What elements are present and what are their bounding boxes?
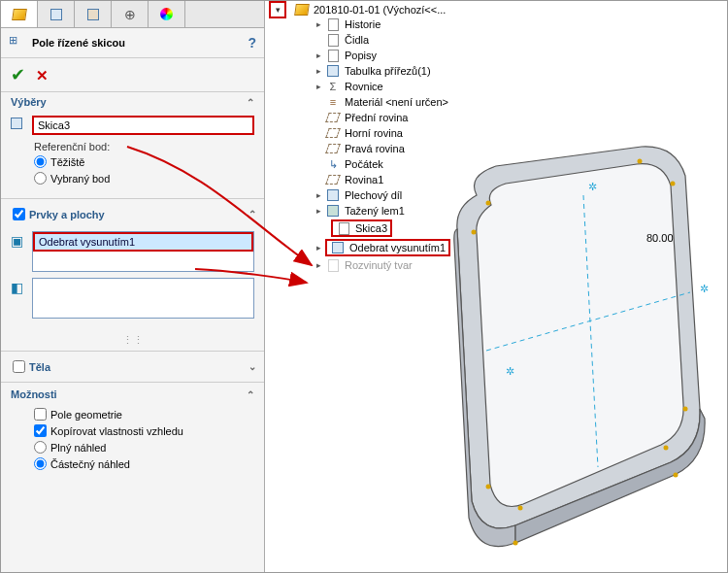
tab-feature[interactable] [1,1,38,27]
selections-header[interactable]: Výběry⌃ [1,92,264,112]
help-icon[interactable]: ? [248,35,256,51]
radio-centroid[interactable]: Těžiště [34,155,254,168]
tree-item[interactable]: ▸Historie [281,17,523,32]
radio-full-preview[interactable]: Plný náhled [34,441,254,454]
bodies-header[interactable]: Těla ⌄ [1,354,264,380]
svg-point-6 [664,446,669,451]
svg-point-8 [486,485,491,489]
feature-title-row: ⊞ Pole řízené skicou ? [1,28,264,58]
features-header[interactable]: Prvky a plochy ⌃ [1,201,264,227]
svg-text:✲: ✲ [506,365,514,377]
annotations-icon [325,49,341,62]
svg-text:✲: ✲ [700,283,709,294]
plane-icon [325,142,341,155]
tree-item[interactable]: ▸Popisy [281,48,523,63]
radio-selected-point[interactable]: Vybraný bod [34,172,254,185]
ref-point-label: Referenční bod: [34,141,254,152]
panel-tabs: ⊕ [1,1,264,28]
sheetmetal-icon [325,188,341,202]
drag-handle-icon[interactable]: ⋮⋮ [1,332,264,349]
cancel-button[interactable]: ✕ [36,67,49,84]
bodies-toggle[interactable] [13,360,25,373]
plane-icon [325,111,341,124]
ok-button[interactable]: ✔ [11,65,25,84]
tab-display[interactable] [75,1,112,27]
check-copy-appearance[interactable]: Kopírovat vlastnosti vzhledu [34,424,254,437]
flatpattern-icon [325,258,341,272]
part-icon [294,3,310,17]
chevron-up-icon: ⌃ [247,97,254,108]
chevron-down-icon: ⌄ [248,361,256,372]
feature-item-selected[interactable]: Odebrat vysunutím1 [33,232,253,252]
plane-icon [325,126,341,140]
tree-item[interactable]: ▸Tabulka přířezů(1) [281,63,523,79]
cutlist-icon [325,64,341,78]
features-toggle[interactable] [13,208,25,220]
svg-point-2 [486,201,491,206]
tree-item[interactable]: ▸ΣRovnice [281,79,523,94]
sensors-icon [325,33,341,47]
dimension-label[interactable]: 80.00 [646,232,674,244]
graphics-viewport[interactable]: ✲✲✲ 80.00 [418,137,719,564]
tree-root[interactable]: 201810-01-01 (Výchozí<<... [281,3,523,17]
tree-item[interactable]: Přední rovina [281,110,523,125]
faces-listbox[interactable] [32,278,254,319]
sweptflange-icon [325,204,341,218]
svg-point-5 [683,407,688,412]
svg-point-11 [674,473,678,478]
sketch-icon [336,221,351,235]
equations-icon: Σ [325,80,341,93]
property-panel: ⊕ ⊞ Pole řízené skicou ? ✔ ✕ Výběry⌃ Ski… [1,1,265,573]
tab-config[interactable] [38,1,75,27]
cut-extrude-icon [330,241,346,254]
svg-point-4 [671,182,676,186]
radio-partial-preview[interactable]: Částečný náhled [34,457,254,470]
tree-item[interactable]: ≡Materiál <není určen> [281,94,523,110]
feature-title: Pole řízené skicou [32,37,248,49]
chevron-up-icon: ⌃ [247,389,254,400]
check-geometry[interactable]: Pole geometrie [34,408,254,421]
svg-point-7 [518,506,523,511]
face-select-icon: ◧ [11,278,32,295]
sketch-pattern-icon: ⊞ [9,34,26,51]
plane-icon [325,173,341,186]
svg-point-9 [472,230,477,235]
history-icon [325,17,341,31]
tree-item[interactable]: Čidla [281,32,523,48]
tab-target[interactable]: ⊕ [112,1,149,27]
tab-appearance[interactable] [149,1,185,27]
svg-point-3 [638,159,643,164]
sketch-select-icon [11,116,32,131]
sketch-input[interactable]: Skica3 [32,116,254,135]
features-listbox[interactable]: Odebrat vysunutím1 [32,231,254,272]
feature-select-icon: ▣ [11,231,32,249]
svg-text:✲: ✲ [588,181,597,192]
confirm-row: ✔ ✕ [1,58,264,92]
origin-icon: ↳ [325,157,341,171]
options-header[interactable]: Možnosti⌃ [1,385,264,404]
chevron-up-icon: ⌃ [248,209,256,219]
material-icon: ≡ [325,95,341,109]
svg-point-10 [513,541,518,546]
